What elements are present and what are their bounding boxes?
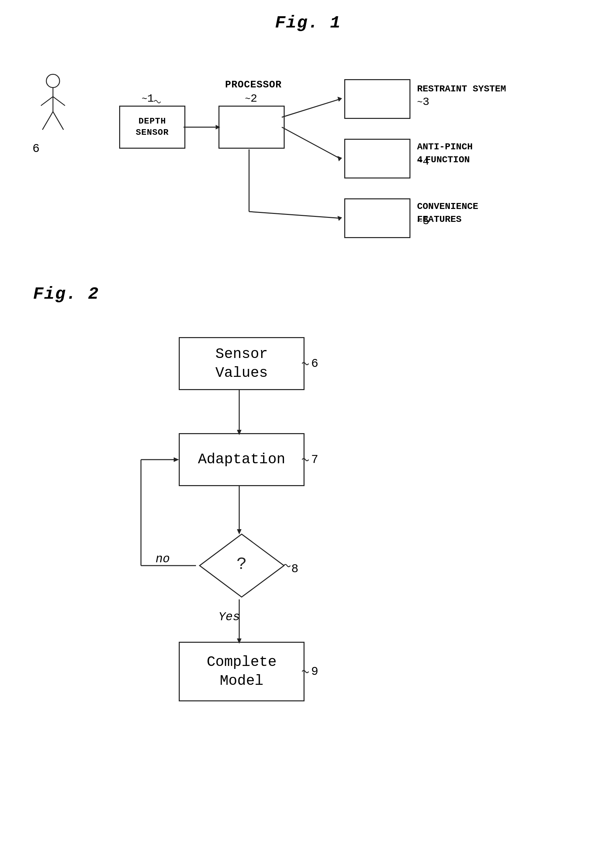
svg-point-9 <box>46 74 60 87</box>
restraint-num: ~3 <box>417 96 429 108</box>
depth-sensor-box: DEPTH SENSOR <box>119 106 185 149</box>
svg-line-13 <box>42 111 53 130</box>
adaptation-box: Adaptation <box>179 433 304 486</box>
stick-figure <box>33 73 73 141</box>
depth-sensor-num: ~1 <box>142 93 154 105</box>
svg-marker-3 <box>338 97 342 102</box>
anti-pinch-box <box>344 139 411 178</box>
fig1-connections <box>13 53 603 258</box>
sensor-values-box: Sensor Values <box>179 337 304 390</box>
svg-line-2 <box>282 99 340 117</box>
svg-line-12 <box>53 97 65 106</box>
svg-text:?: ? <box>236 555 247 574</box>
fig2-adaptation-num: 7 <box>311 453 318 467</box>
fig2-yes-label: Yes <box>218 610 240 624</box>
anti-pinch-num: ~4 <box>417 155 429 168</box>
svg-line-11 <box>41 97 53 106</box>
fig1-title: Fig. 1 <box>13 13 603 33</box>
fig2-connections <box>13 331 603 728</box>
svg-marker-22 <box>174 457 179 462</box>
fig2-diamond-num: 8 <box>291 562 299 576</box>
svg-marker-5 <box>338 156 342 161</box>
processor-box <box>218 106 285 149</box>
svg-line-7 <box>249 212 340 218</box>
fig1-person-label: 6 <box>32 142 40 156</box>
convenience-num: ~5 <box>417 215 429 227</box>
svg-marker-8 <box>338 216 342 221</box>
convenience-box <box>344 198 411 238</box>
fig2-sensor-num: 6 <box>311 357 318 371</box>
restraint-label: RESTRAINT SYSTEM <box>417 82 506 95</box>
diamond-shape: ? <box>198 532 286 599</box>
svg-line-14 <box>53 111 63 130</box>
fig2-title: Fig. 2 <box>33 285 99 304</box>
fig1-diagram: 6 DEPTH SENSOR ~1 PROCESSOR ~2 RESTRAINT… <box>13 53 603 258</box>
fig2-no-label: no <box>156 552 170 566</box>
svg-line-4 <box>282 127 340 159</box>
fig2-complete-model-num: 9 <box>311 665 318 679</box>
complete-model-box: Complete Model <box>179 642 304 701</box>
processor-label: PROCESSOR <box>225 79 282 90</box>
fig2-diagram: Sensor Values 6 Adaptation 7 ? 8 no Yes … <box>13 331 603 728</box>
processor-num: ~2 <box>245 93 257 105</box>
restraint-box <box>344 79 411 119</box>
